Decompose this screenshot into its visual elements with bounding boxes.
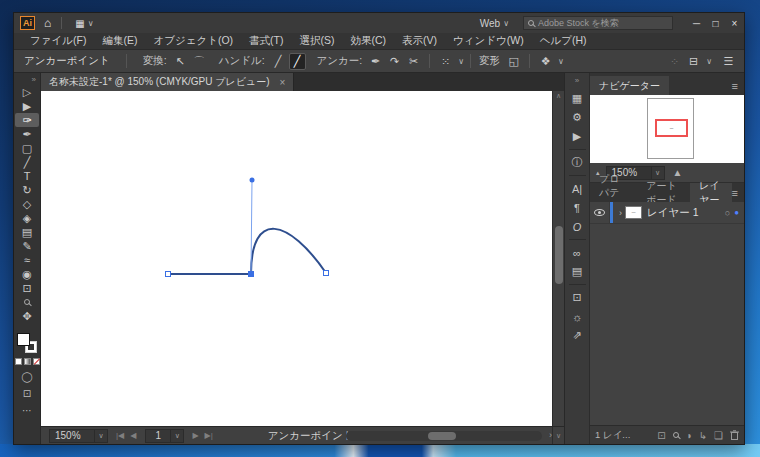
- anchor-point-end[interactable]: [324, 271, 329, 276]
- direct-selection-tool[interactable]: ▶: [15, 99, 39, 113]
- expand-layer-icon[interactable]: ›: [619, 208, 622, 218]
- new-layer-icon[interactable]: ❏: [714, 430, 723, 441]
- character-panel-icon[interactable]: A|: [565, 179, 589, 198]
- zoom-level-field[interactable]: 150%: [49, 429, 95, 443]
- chevron-down-icon[interactable]: ∨: [88, 19, 94, 28]
- navigator-view-box[interactable]: ~: [655, 119, 688, 137]
- pen-tool[interactable]: ✒: [15, 127, 39, 141]
- expand-panels-icon[interactable]: »: [575, 73, 579, 89]
- locate-object-icon[interactable]: [673, 432, 679, 438]
- color-button[interactable]: [15, 358, 22, 365]
- info-panel-icon[interactable]: ⓘ: [565, 153, 589, 172]
- layer-row[interactable]: › ~ レイヤー 1 ○ ●: [590, 202, 744, 224]
- vertical-scrollbar[interactable]: ∧: [552, 91, 564, 426]
- shape-builder-tool[interactable]: ◈: [15, 211, 39, 225]
- gradient-button[interactable]: [24, 358, 31, 365]
- scroll-down-icon[interactable]: ∨: [552, 427, 564, 444]
- smooth-anchor-icon[interactable]: ↷: [386, 53, 403, 70]
- libraries-panel-icon[interactable]: ▦: [565, 89, 589, 108]
- tab-layers[interactable]: レイヤー: [690, 183, 731, 202]
- close-icon[interactable]: ×: [280, 77, 286, 88]
- delete-icon[interactable]: [730, 430, 739, 440]
- zoom-dropdown-icon[interactable]: ∨: [95, 429, 108, 443]
- paintbrush-tool[interactable]: ╱: [15, 155, 39, 169]
- align-grid-icon[interactable]: ⁘: [666, 53, 683, 70]
- screen-mode-icon[interactable]: ⊡: [23, 388, 31, 399]
- menu-help[interactable]: ヘルプ(H): [532, 34, 595, 48]
- fill-stroke-swatches[interactable]: [17, 333, 37, 353]
- menu-file[interactable]: ファイル(F): [22, 34, 94, 48]
- horizontal-scrollbar[interactable]: [346, 431, 542, 441]
- actions-panel-icon[interactable]: ⚙: [565, 108, 589, 127]
- minimize-button[interactable]: ─: [687, 15, 706, 31]
- curvature-tool[interactable]: ✑: [15, 113, 39, 127]
- symbols-panel-icon[interactable]: ⊡: [565, 288, 589, 307]
- free-transform-icon[interactable]: ◱: [505, 53, 522, 70]
- menu-type[interactable]: 書式(T): [241, 34, 291, 48]
- artboard-tool[interactable]: ⊡: [15, 281, 39, 295]
- hide-handles-icon[interactable]: ╱: [289, 53, 306, 70]
- fill-swatch[interactable]: [17, 333, 30, 346]
- last-artboard-icon[interactable]: ▶|: [205, 431, 213, 440]
- zoom-tool[interactable]: [15, 295, 39, 309]
- workspace-grid-icon[interactable]: ▦: [75, 18, 84, 29]
- canvas[interactable]: ∧: [41, 91, 564, 426]
- remove-anchor-icon[interactable]: ✂: [405, 53, 422, 70]
- none-button[interactable]: [33, 358, 40, 365]
- selection-tool[interactable]: ▷: [15, 85, 39, 99]
- play-panel-icon[interactable]: ▶: [565, 127, 589, 146]
- vertical-scrollbar-thumb[interactable]: [555, 226, 563, 284]
- drawing-mode-icon[interactable]: ◯: [21, 371, 32, 382]
- blend-tool[interactable]: ◉: [15, 267, 39, 281]
- adobe-stock-search-input[interactable]: Adobe Stock を検索: [523, 16, 673, 30]
- tab-artboards[interactable]: アートボード: [637, 183, 690, 202]
- opentype-panel-icon[interactable]: O: [565, 217, 589, 236]
- document-tab[interactable]: 名称未設定-1* @ 150% (CMYK/GPU プレビュー) ×: [41, 73, 294, 91]
- layer-name[interactable]: レイヤー 1: [647, 206, 699, 220]
- layers-menu-icon[interactable]: ≡: [732, 187, 744, 202]
- chevron-down-icon[interactable]: ∨: [458, 57, 464, 66]
- convert-to-smooth-icon[interactable]: ⌒: [191, 53, 208, 70]
- horizontal-scrollbar-thumb[interactable]: [428, 432, 456, 440]
- arrange-icon[interactable]: ⊟: [685, 53, 702, 70]
- target-circle-icon[interactable]: ○: [725, 208, 730, 218]
- type-tool[interactable]: T: [15, 169, 39, 183]
- collect-for-export-icon[interactable]: ⊡: [657, 430, 665, 441]
- anchor-point-selected[interactable]: [249, 272, 254, 277]
- convert-to-corner-icon[interactable]: ↖: [172, 53, 189, 70]
- transform-link[interactable]: 変形: [479, 54, 500, 68]
- cut-path-icon[interactable]: ✒: [367, 53, 384, 70]
- glyphs-panel-icon[interactable]: ▤: [565, 262, 589, 281]
- collapse-toolbar-icon[interactable]: »: [32, 73, 40, 85]
- export-panel-icon[interactable]: ⇗: [565, 326, 589, 345]
- eraser-tool[interactable]: ◇: [15, 197, 39, 211]
- snap-grid-icon[interactable]: ⁙: [437, 53, 454, 70]
- zoom-in-icon[interactable]: ▲: [673, 167, 683, 178]
- menu-select[interactable]: 選択(S): [291, 34, 342, 48]
- pencil-tool[interactable]: ✎: [15, 239, 39, 253]
- shape-mode-icon[interactable]: ❖: [537, 53, 554, 70]
- rotate-tool[interactable]: ↻: [15, 183, 39, 197]
- hand-tool[interactable]: ✥: [15, 309, 39, 323]
- menu-object[interactable]: オブジェクト(O): [145, 34, 241, 48]
- menu-effect[interactable]: 効果(C): [342, 34, 394, 48]
- selection-indicator-icon[interactable]: ●: [734, 208, 739, 217]
- edit-toolbar-icon[interactable]: ⋯: [22, 405, 32, 416]
- new-sublayer-icon[interactable]: ↳: [699, 430, 707, 441]
- scroll-up-icon[interactable]: ∧: [553, 92, 564, 100]
- close-button[interactable]: ×: [725, 15, 744, 31]
- first-artboard-icon[interactable]: |◀: [116, 431, 124, 440]
- chevron-down-icon[interactable]: ∨: [706, 57, 712, 66]
- shaper-tool[interactable]: ≈: [15, 253, 39, 267]
- artboard-dropdown-icon[interactable]: ∨: [171, 429, 184, 443]
- path-segment-curve[interactable]: [251, 229, 326, 274]
- clipping-mask-icon[interactable]: ◑: [686, 430, 692, 441]
- home-icon[interactable]: ⌂: [44, 16, 51, 30]
- asset-export-panel-icon[interactable]: ☼: [565, 307, 589, 326]
- layer-thumbnail[interactable]: ~: [625, 206, 642, 219]
- artwork-svg[interactable]: [41, 91, 554, 428]
- menu-edit[interactable]: 編集(E): [94, 34, 145, 48]
- bezier-handle-tip[interactable]: [250, 178, 255, 183]
- tab-properties[interactable]: プロパティ: [590, 183, 637, 202]
- chevron-down-icon[interactable]: ∨: [558, 57, 564, 66]
